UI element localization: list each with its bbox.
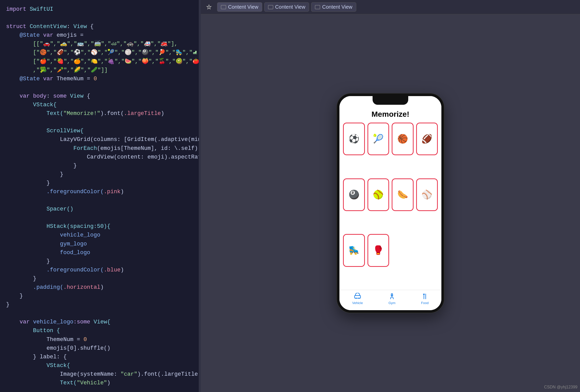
svg-line-9 <box>393 297 393 299</box>
phone-tab-vehicle[interactable]: Vehicle <box>352 293 363 305</box>
preview-content: Memorize! ⚽🎾🏀🏈🎱🥎🌭⚾🛼🥊 Vehicle <box>201 14 580 392</box>
code-line: ["🍎","🍓","🍊","🍋","🍇","🍉","🍑","🍒","🥝","🍅"… <box>6 57 193 66</box>
code-line: vehicle_logo <box>6 231 193 240</box>
svg-rect-0 <box>354 296 360 298</box>
code-line: emojis[0].shuffle() <box>6 344 193 353</box>
code-line: LazyVGrid(columns: [GridItem(.adaptive(m… <box>6 135 193 144</box>
code-line: } <box>6 275 193 283</box>
code-line: } <box>6 162 193 170</box>
code-line: food_logo <box>6 249 193 257</box>
code-line: ThemeNum = 0 <box>6 335 193 344</box>
tab-item-0[interactable]: Content View <box>217 2 262 12</box>
emoji-card[interactable]: 🥎 <box>367 178 389 211</box>
content-view-icon <box>268 5 273 9</box>
code-line: ScrollView{ <box>6 127 193 135</box>
tab-label: Content View <box>322 4 352 10</box>
tab-item-2[interactable]: Content View <box>311 2 356 12</box>
emoji-card[interactable]: 🌭 <box>392 178 414 211</box>
code-line: .foregroundColor(.blue) <box>6 266 193 275</box>
emoji-card[interactable]: ⚽ <box>343 123 365 155</box>
code-line: gym_logo <box>6 240 193 249</box>
code-line: ,"🥦","🥕","🌽","🥒"]] <box>6 66 193 75</box>
emoji-card[interactable]: 🏀 <box>392 123 414 155</box>
tab-item-1[interactable]: Content View <box>264 2 309 12</box>
tab-label: Content View <box>275 4 306 10</box>
code-line: @State var emojis = <box>6 31 193 40</box>
content-view-icon <box>315 5 320 9</box>
code-line: Spacer() <box>6 205 193 214</box>
code-line: @State var ThemeNum = 0 <box>6 75 193 83</box>
tab-label: Content View <box>228 4 258 10</box>
code-line <box>6 83 193 92</box>
phone-tab-food[interactable]: Food <box>421 293 429 305</box>
code-line: } <box>6 179 193 188</box>
code-line: CardView(content: emoji).aspectRatio(2/3… <box>6 153 193 162</box>
emoji-card[interactable]: 🛼 <box>343 234 365 267</box>
code-line: Text("Vehicle") <box>6 379 193 387</box>
code-line: VStack{ <box>6 361 193 370</box>
emoji-card[interactable]: 🎾 <box>367 123 389 155</box>
code-editor: import SwiftUI struct ContentView: View … <box>0 0 199 392</box>
card-grid: ⚽🎾🏀🏈🎱🥎🌭⚾🛼🥊 <box>339 120 441 290</box>
code-line: HStack(spacing:50){ <box>6 222 193 231</box>
app-content: Memorize! ⚽🎾🏀🏈🎱🥎🌭⚾🛼🥊 Vehicle <box>339 96 441 310</box>
iphone-notch <box>373 96 408 105</box>
code-line: } label: { <box>6 353 193 361</box>
editor-divider <box>199 0 201 392</box>
phone-tab-bar[interactable]: Vehicle Gym <box>339 290 441 310</box>
code-line: .foregroundColor(.pink) <box>6 188 193 196</box>
code-line: import SwiftUI <box>6 5 193 14</box>
emoji-card[interactable]: 🥊 <box>367 234 389 267</box>
emoji-card[interactable]: ⚾ <box>416 178 438 211</box>
code-line <box>6 196 193 205</box>
code-line: } <box>6 292 193 300</box>
code-line <box>6 14 193 22</box>
code-line: VStack{ <box>6 101 193 109</box>
svg-line-8 <box>390 297 391 299</box>
code-line: ["🏀","🏈","⚽","⚾","🎾","🏐","🎱","🏓","🛼","⛸"… <box>6 48 193 57</box>
phone-tab-gym[interactable]: Gym <box>388 293 396 305</box>
watermark: CSDN @yhj12399 <box>544 385 577 389</box>
code-line: Button { <box>6 326 193 335</box>
pin-icon <box>205 3 213 11</box>
gym-tab-label: Gym <box>388 301 395 305</box>
svg-point-2 <box>359 298 360 299</box>
code-line: var vehicle_logo:some View{ <box>6 318 193 326</box>
emoji-card[interactable]: 🏈 <box>416 123 438 155</box>
content-view-icon <box>221 5 226 9</box>
code-line: [["🚗","🚕","🚌","🚎","🏎","🚓","🚑","🚒"], <box>6 40 193 48</box>
code-line: var body: some View { <box>6 92 193 101</box>
code-line: Text("Memorize!").font(.largeTitle) <box>6 109 193 118</box>
iphone-mockup: Memorize! ⚽🎾🏀🏈🎱🥎🌭⚾🛼🥊 Vehicle <box>337 94 444 313</box>
app-title: Memorize! <box>339 107 441 120</box>
emoji-card[interactable]: 🎱 <box>343 178 365 211</box>
svg-point-3 <box>391 294 393 295</box>
svg-point-1 <box>355 298 357 299</box>
code-line: } <box>6 300 193 309</box>
vehicle-tab-label: Vehicle <box>352 301 363 305</box>
code-line: } <box>6 170 193 179</box>
code-line <box>6 309 193 318</box>
food-tab-label: Food <box>421 301 429 305</box>
code-line <box>6 118 193 127</box>
code-line: } <box>6 257 193 266</box>
code-line <box>6 214 193 222</box>
preview-area: Content ViewContent ViewContent View Mem… <box>201 0 580 392</box>
code-line: Image(systemName: "car").font(.largeTitl… <box>6 370 193 379</box>
tab-bar: Content ViewContent ViewContent View <box>201 0 580 14</box>
code-line: .padding(.horizontal) <box>6 283 193 292</box>
code-line: ForEach(emojis[ThemeNum], id: \.self) { … <box>6 144 193 153</box>
code-line: struct ContentView: View { <box>6 22 193 31</box>
